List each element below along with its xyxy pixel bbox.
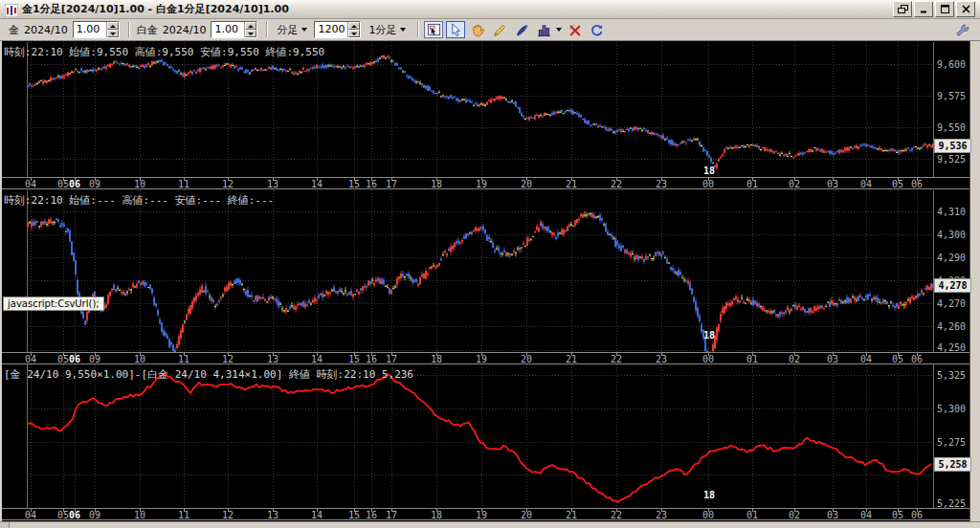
gold-ratio-value[interactable]: 1.00 [74,22,106,37]
y-axis-label: 4,290 [937,253,966,263]
time-label: 11 [173,510,194,520]
app-icon [5,3,18,16]
gold-label: 金 [9,23,19,37]
time-label: 06 [906,354,927,364]
pencil-tool-icon[interactable] [490,21,509,38]
time-label: 06 [64,510,85,520]
gold-ratio-spinner[interactable]: 1.00 [73,21,120,38]
time-label: 14 [306,510,327,520]
time-label: 19 [471,179,492,189]
refresh-icon[interactable] [587,21,606,38]
platinum-ratio-down-button[interactable] [245,30,256,37]
time-label: 03 [822,179,843,189]
gold-ratio-down-button[interactable] [107,30,119,37]
time-label: 11 [173,179,194,189]
time-label: 10 [129,354,150,364]
time-label: 20 [516,179,537,189]
y-axis-label: 4,310 [937,207,966,217]
time-label: 06 [64,179,85,189]
select-chart-icon[interactable] [424,21,443,38]
last-price-badge: 4,278 [934,278,971,293]
interval-dropdown[interactable]: 1分足 [365,21,410,39]
gold-ohlc-info: 時刻:22:10 始値:9,550 高値:9,550 安値:9,550 終値:9… [4,45,324,59]
time-label: 04 [20,510,41,520]
bar-count-down-button[interactable] [348,30,360,37]
time-label: 16 [361,179,382,189]
time-label: 19 [471,354,492,364]
y-axis-label: 4,300 [937,230,966,240]
time-label: 14 [306,179,327,189]
window-title: 金1分足[2024/10]1.00 - 白金1分足[2024/10]1.00 [22,2,289,16]
time-label: 01 [742,510,763,520]
date-label: 18 [703,330,715,341]
time-label: 17 [381,510,402,520]
toolbar: 金 2024/10 1.00 白金 2024/10 1.00 分足 1200 1… [0,19,980,41]
time-label: 10 [129,510,150,520]
title-bar: 金1分足[2024/10]1.00 - 白金1分足[2024/10]1.00 [0,0,980,19]
toolbar-icons [424,21,606,38]
chart-panel-1: 時刻:22:10 始値:9,550 高値:9,550 安値:9,550 終値:9… [2,42,969,189]
time-label: 12 [217,179,238,189]
float-window-button[interactable] [893,1,912,17]
time-label: 21 [561,179,582,189]
time-label: 00 [698,179,719,189]
y-axis-label: 5,325 [937,370,966,381]
delete-marks-icon[interactable] [565,21,584,38]
pen-tool-icon[interactable] [512,21,531,38]
time-label: 13 [262,179,283,189]
time-label: 04 [856,179,877,189]
bar-count-value[interactable]: 1200 [315,22,347,37]
time-label: 22 [606,510,627,520]
bar-type-dropdown[interactable]: 分足 [273,21,311,39]
cursor-tool-icon[interactable] [446,21,465,38]
time-label: 05 [887,179,908,189]
interval-label: 1分足 [368,23,396,37]
y-axis-label: 9,575 [937,91,966,101]
y-axis-label: 4,260 [937,321,966,332]
time-label: 11 [173,354,194,364]
bar-count-up-button[interactable] [348,22,360,30]
plot-platinum-1min-candles[interactable] [2,190,969,352]
platinum-ratio-spinner[interactable]: 1.00 [211,21,257,38]
time-label: 12 [217,354,238,364]
bottom-left-grip[interactable] [0,522,10,528]
time-label: 20 [516,354,537,364]
time-label: 03 [822,510,843,520]
time-label: 04 [20,179,41,189]
minimize-button[interactable] [914,1,933,17]
time-label: 01 [742,354,763,364]
time-label: 04 [856,354,877,364]
chevron-down-icon[interactable] [556,28,562,32]
toolbar-separator [266,22,268,37]
time-label: 19 [471,510,492,520]
hand-tool-icon[interactable] [468,21,487,38]
platinum-ohlc-info: 時刻:22:10 始値:--- 高値:--- 安値:--- 終値:--- [4,193,274,208]
y-axis-label: 5,300 [937,404,966,414]
maximize-button[interactable] [935,1,954,17]
time-label: 04 [856,510,877,520]
platinum-ratio-up-button[interactable] [245,22,256,30]
plot-gold-platinum-spread-line[interactable] [2,364,969,508]
time-label: 09 [84,354,105,364]
close-button[interactable] [956,1,975,17]
gold-month: 2024/10 [24,24,68,36]
time-label: 05 [887,354,908,364]
wrench-icon[interactable] [955,24,970,39]
gold-ratio-up-button[interactable] [107,22,119,30]
platinum-ratio-value[interactable]: 1.00 [212,22,244,37]
time-label: 06 [64,354,85,364]
time-label: 06 [906,510,927,520]
bar-count-spinner[interactable]: 1200 [314,21,361,38]
window-controls [893,1,980,17]
time-label: 14 [306,354,327,364]
chevron-down-icon [301,28,307,32]
plot-gold-1min-candles[interactable] [2,42,969,177]
bar-type-label: 分足 [277,23,298,37]
time-label: 17 [381,354,402,364]
time-label: 23 [651,510,672,520]
chart-style-icon[interactable] [534,21,553,38]
spread-info: [金 24/10 9,550×1.00]-[白金 24/10 4,314×1.0… [4,367,413,382]
chart-area: 時刻:22:10 始値:9,550 高値:9,550 安値:9,550 終値:9… [2,41,969,521]
time-label: 23 [651,179,672,189]
time-label: 21 [561,354,582,364]
